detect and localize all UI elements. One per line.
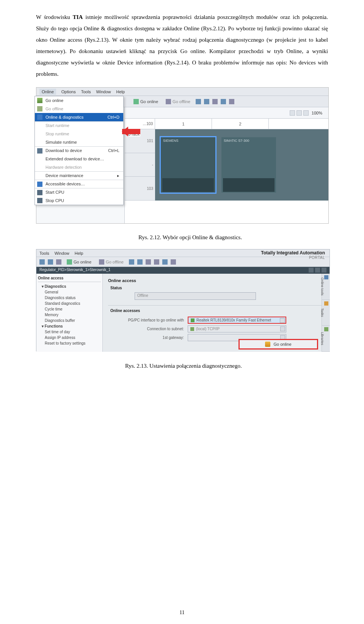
tree-assign-ip[interactable]: Assign IP address xyxy=(38,335,101,340)
chevron-down-icon[interactable] xyxy=(280,318,285,323)
toolbar-icon[interactable] xyxy=(137,259,143,265)
menu-bar[interactable]: Online Options Tools Window Help xyxy=(36,88,328,96)
tia-title: Totally Integrated Automation xyxy=(261,250,325,256)
toolbar-icon[interactable] xyxy=(162,259,168,265)
toolbar-icon[interactable] xyxy=(229,99,234,104)
menu-tools[interactable]: Tools xyxy=(81,89,91,94)
dd-start-runtime: Start runtime xyxy=(35,121,123,130)
go-online-button[interactable]: Go online xyxy=(64,259,94,265)
dd-download-to-device[interactable]: Download to deviceCtrl+L xyxy=(35,146,123,155)
go-offline-button[interactable]: Go offline xyxy=(97,259,126,265)
go-online-icon xyxy=(67,259,72,265)
rack-slot-1[interactable]: SIEMENS xyxy=(160,136,217,194)
go-offline-label: Go offline xyxy=(106,260,124,264)
dd-go-online[interactable]: Go online xyxy=(35,96,123,105)
tree-std-diag[interactable]: Standard diagnostics xyxy=(38,301,101,306)
rack-row-103: 103 xyxy=(125,177,155,201)
menu-window[interactable]: Window xyxy=(96,89,111,94)
dd-label: Accessible devices… xyxy=(46,182,85,186)
pgpc-interface-select[interactable]: Realtek RTL8139/810x Family Fast Etherne… xyxy=(188,317,286,324)
tree-diagnostics[interactable]: ▾ Diagnostics xyxy=(38,284,101,289)
go-online-icon xyxy=(37,98,42,103)
dd-stop-cpu[interactable]: Stop CPU xyxy=(35,196,123,205)
toolbar-icon[interactable] xyxy=(171,259,176,265)
menu-help[interactable]: Help xyxy=(116,89,125,94)
status-section-title: Status xyxy=(110,286,324,290)
diagnostics-tree[interactable]: Online access ▾ Diagnostics General Diag… xyxy=(36,274,103,352)
toolbar-icon[interactable] xyxy=(39,259,45,265)
toolbar-icon[interactable] xyxy=(56,259,61,265)
toolbar-icon[interactable] xyxy=(48,259,53,265)
rack-col-1: 1 xyxy=(155,119,212,129)
dd-label: Stop CPU xyxy=(46,198,64,203)
tree-general[interactable]: General xyxy=(38,289,101,295)
tree-functions[interactable]: ▾ Functions xyxy=(38,323,101,329)
toolbar-icon[interactable] xyxy=(212,99,218,104)
subnet-label: Connection to subnet: xyxy=(108,327,184,331)
dd-go-offline[interactable]: Go offline xyxy=(35,105,123,113)
dd-label: Extended download to device… xyxy=(46,157,104,161)
dd-extended-download[interactable]: Extended download to device… xyxy=(35,155,123,163)
dd-shortcut: Ctrl+D xyxy=(108,115,119,119)
dd-device-maintenance[interactable]: Device maintenance▸ xyxy=(35,171,123,180)
cpu-module[interactable]: SIEMENS xyxy=(161,137,215,193)
rack-area[interactable]: 101 - 103 SIEMENS SIMATIC S7-300 xyxy=(125,129,328,201)
rack-col-2: 2 xyxy=(212,119,269,129)
tab-libraries[interactable]: Libraries xyxy=(322,326,330,352)
toolbar-icon[interactable] xyxy=(204,99,209,104)
dd-simulate-runtime[interactable]: Simulate runtime xyxy=(35,138,123,146)
page-number: 11 xyxy=(0,610,364,616)
menu-options[interactable]: Options xyxy=(61,89,76,94)
toolbar-icon[interactable] xyxy=(221,99,226,104)
menu-help[interactable]: Help xyxy=(75,251,83,256)
tree-cycle-time[interactable]: Cycle time xyxy=(38,306,101,312)
dd-online-diagnostics[interactable]: Online & diagnosticsCtrl+D xyxy=(35,113,123,121)
go-online-button[interactable]: Go online xyxy=(131,98,160,105)
plug-icon xyxy=(265,342,270,347)
gateway-label: 1st gateway: xyxy=(108,336,184,340)
online-access-body: Online access ▾ Diagnostics General Diag… xyxy=(36,274,329,352)
zoom-in-icon xyxy=(290,110,295,116)
subnet-chip-icon xyxy=(190,327,194,331)
toolbar-icon[interactable] xyxy=(154,259,159,265)
tab-tasks[interactable]: Tasks xyxy=(322,300,330,326)
go-online-button-main[interactable]: Go online xyxy=(238,339,318,350)
side-tabs[interactable]: Online tools Tasks Libraries xyxy=(322,274,330,352)
tab-online-tools[interactable]: Online tools xyxy=(322,274,330,300)
status-row: Offline xyxy=(135,292,324,300)
tree-memory[interactable]: Memory xyxy=(38,312,101,318)
online-dropdown-menu[interactable]: Go online Go offline Online & diagnostic… xyxy=(35,96,124,205)
tree-diag-status[interactable]: Diagnostics status xyxy=(38,295,101,301)
toolbar-icon[interactable] xyxy=(196,99,201,104)
pgpc-label: PG/PC interface to go online with xyxy=(108,318,184,322)
editor-toolbar: 100% xyxy=(125,107,328,119)
dd-accessible-devices[interactable]: Accessible devices… xyxy=(35,180,123,188)
go-offline-button[interactable]: Go offline xyxy=(163,98,193,105)
dd-label: Hardware detection xyxy=(46,165,82,169)
dd-start-cpu[interactable]: Start CPU xyxy=(35,188,123,196)
chevron-down-icon[interactable] xyxy=(280,326,285,331)
toolbar-icon[interactable] xyxy=(129,259,134,265)
online-tools-icon xyxy=(324,275,328,279)
zoom-value[interactable]: 100% xyxy=(312,111,322,115)
pgpc-row: PG/PC interface to go online with Realte… xyxy=(108,317,324,324)
window-controls[interactable] xyxy=(309,268,326,273)
figure-caption-2: Rys. 2.13. Ustawienia połączenia diagnos… xyxy=(36,363,328,369)
tree-diag-buffer[interactable]: Diagnostics buffer xyxy=(38,318,101,323)
zoom-icons[interactable] xyxy=(290,110,309,116)
tree-time-of-day[interactable]: Set time of day xyxy=(38,329,101,335)
tree-factory-reset[interactable]: Reset to factory settings xyxy=(38,340,101,346)
menu-tools[interactable]: Tools xyxy=(39,251,49,256)
subnet-select[interactable]: (local) TCP/IP xyxy=(188,325,286,332)
go-online-label: Go online xyxy=(74,260,91,264)
rack-slot-2[interactable]: SIMATIC S7-300 xyxy=(220,136,277,194)
dd-label: Stop runtime xyxy=(46,132,69,136)
menu-window[interactable]: Window xyxy=(55,251,69,256)
toolbar-icon[interactable] xyxy=(146,259,151,265)
module-2[interactable]: SIMATIC S7-300 xyxy=(221,137,276,193)
menu-online[interactable]: Online xyxy=(39,89,56,95)
tasks-icon xyxy=(324,301,328,306)
rack-row-labels: 101 - 103 xyxy=(125,129,155,201)
dd-label: Go offline xyxy=(46,107,63,111)
dd-hardware-detection: Hardware detection xyxy=(35,163,123,171)
